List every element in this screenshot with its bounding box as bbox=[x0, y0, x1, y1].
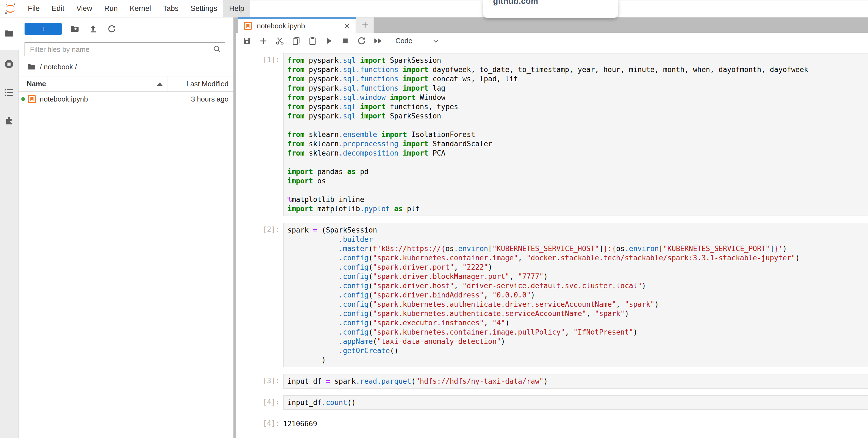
fast-forward-icon bbox=[374, 36, 382, 45]
menu-item-help[interactable]: Help bbox=[223, 0, 250, 17]
panel-splitter[interactable] bbox=[234, 17, 236, 438]
sort-ascending-icon bbox=[157, 82, 162, 85]
stop-icon bbox=[341, 36, 350, 45]
home-folder-icon bbox=[27, 62, 35, 71]
cut-cells-button[interactable] bbox=[275, 36, 284, 45]
plus-icon bbox=[361, 21, 369, 29]
menu-bar: FileEditViewRunKernelTabsSettingsHelp bbox=[0, 0, 868, 18]
menu-item-settings[interactable]: Settings bbox=[185, 0, 223, 17]
activity-sidebar bbox=[0, 17, 19, 438]
paste-icon bbox=[308, 36, 317, 45]
copy-icon bbox=[292, 36, 301, 45]
code-cell-1: [1]:from pyspark.sql import SparkSession… bbox=[236, 53, 868, 216]
tab-close-icon[interactable] bbox=[343, 22, 351, 30]
notebook-toolbar: Code bbox=[236, 33, 868, 49]
notebook-file-icon bbox=[28, 95, 36, 103]
new-folder-icon bbox=[70, 25, 79, 33]
cell-editor[interactable]: from pyspark.sql import SparkSessionfrom… bbox=[283, 53, 868, 216]
output-text: 12106669 bbox=[283, 416, 317, 429]
menu-item-view[interactable]: View bbox=[70, 0, 98, 17]
column-header-last-modified[interactable]: Last Modified bbox=[167, 80, 234, 88]
refresh-icon bbox=[107, 25, 116, 33]
scissors-icon bbox=[275, 36, 284, 45]
file-row-notebook[interactable]: notebook.ipynb 3 hours ago bbox=[19, 92, 234, 106]
input-prompt: [4]: bbox=[236, 395, 280, 410]
copy-cells-button[interactable] bbox=[292, 36, 301, 45]
chevron-down-icon bbox=[432, 37, 440, 45]
upload-icon bbox=[89, 25, 98, 33]
menu-item-file[interactable]: File bbox=[22, 0, 46, 17]
sidebar-tab-file-browser[interactable] bbox=[0, 17, 19, 50]
github-popup-text: github.com bbox=[493, 0, 538, 5]
column-name-label: Name bbox=[27, 80, 46, 88]
jupyterlab-window: FileEditViewRunKernelTabsSettingsHelp gi… bbox=[0, 0, 868, 438]
file-modified: 3 hours ago bbox=[191, 95, 234, 103]
stop-kernel-button[interactable] bbox=[341, 36, 350, 45]
save-icon bbox=[243, 36, 251, 45]
save-button[interactable] bbox=[243, 36, 251, 45]
menu-items: FileEditViewRunKernelTabsSettingsHelp bbox=[22, 0, 250, 17]
run-cell-button[interactable] bbox=[324, 36, 333, 45]
input-prompt: [1]: bbox=[236, 53, 280, 216]
tab-notebook[interactable]: notebook.ipynb bbox=[238, 17, 355, 33]
code-cell-2: [2]:spark = (SparkSession .builder .mast… bbox=[236, 223, 868, 367]
restart-kernel-button[interactable] bbox=[357, 36, 366, 45]
cell-editor[interactable]: input_df.count() bbox=[283, 395, 868, 410]
main-dock: notebook.ipynb bbox=[236, 17, 868, 438]
github-popup: github.com bbox=[483, 0, 618, 18]
run-icon bbox=[324, 36, 333, 45]
tab-bar: notebook.ipynb bbox=[236, 17, 868, 33]
input-prompt: [2]: bbox=[236, 223, 280, 367]
file-browser-toolbar: + bbox=[19, 17, 234, 41]
jupyter-logo-icon bbox=[4, 2, 17, 14]
input-prompt: [3]: bbox=[236, 374, 280, 389]
code-cell-4: [4]:input_df.count() bbox=[236, 395, 868, 410]
file-list-header: Name Last Modified bbox=[19, 76, 234, 92]
cell-type-value: Code bbox=[395, 36, 412, 45]
restart-run-all-button[interactable] bbox=[374, 36, 382, 45]
cell-editor[interactable]: input_df = spark.read.parquet("hdfs://hd… bbox=[283, 374, 868, 389]
new-folder-button[interactable] bbox=[70, 25, 79, 33]
file-filter bbox=[25, 42, 225, 56]
file-name: notebook.ipynb bbox=[40, 95, 88, 103]
code-cell-3: [3]:input_df = spark.read.parquet("hdfs:… bbox=[236, 374, 868, 389]
plus-icon bbox=[259, 36, 268, 45]
refresh-button[interactable] bbox=[107, 25, 116, 33]
table-of-contents-icon bbox=[4, 88, 13, 97]
sidebar-tab-table-of-contents[interactable] bbox=[0, 78, 18, 107]
breadcrumb[interactable]: / notebook / bbox=[27, 58, 234, 75]
notebook-tab-icon bbox=[244, 22, 252, 30]
menu-item-kernel[interactable]: Kernel bbox=[124, 0, 157, 17]
breadcrumb-path: / notebook / bbox=[40, 62, 77, 71]
menu-item-run[interactable]: Run bbox=[98, 0, 124, 17]
restart-icon bbox=[357, 36, 366, 45]
new-launcher-button[interactable]: + bbox=[25, 23, 62, 35]
notebook-cells: [1]:from pyspark.sql import SparkSession… bbox=[236, 49, 868, 438]
menu-item-tabs[interactable]: Tabs bbox=[157, 0, 185, 17]
folder-icon bbox=[4, 29, 13, 38]
new-tab-button[interactable] bbox=[356, 17, 374, 33]
running-kernels-icon bbox=[4, 59, 13, 68]
tab-label: notebook.ipynb bbox=[257, 22, 343, 30]
search-icon bbox=[213, 45, 221, 54]
output-area: [4]:12106669 bbox=[236, 416, 868, 429]
kernel-running-dot bbox=[21, 97, 25, 101]
file-browser-panel: + bbox=[19, 17, 234, 438]
output-prompt: [4]: bbox=[236, 416, 280, 429]
sidebar-tab-running-kernels[interactable] bbox=[0, 50, 18, 78]
extensions-puzzle-icon bbox=[4, 116, 13, 125]
menu-item-edit[interactable]: Edit bbox=[46, 0, 71, 17]
sidebar-tab-extensions[interactable] bbox=[0, 107, 18, 135]
file-filter-input[interactable] bbox=[25, 42, 225, 56]
cell-type-dropdown[interactable]: Code bbox=[395, 36, 440, 45]
cell-editor[interactable]: spark = (SparkSession .builder .master(f… bbox=[283, 223, 868, 367]
column-header-name[interactable]: Name bbox=[19, 80, 167, 88]
upload-button[interactable] bbox=[89, 25, 98, 33]
paste-cells-button[interactable] bbox=[308, 36, 317, 45]
insert-cell-button[interactable] bbox=[259, 36, 268, 45]
